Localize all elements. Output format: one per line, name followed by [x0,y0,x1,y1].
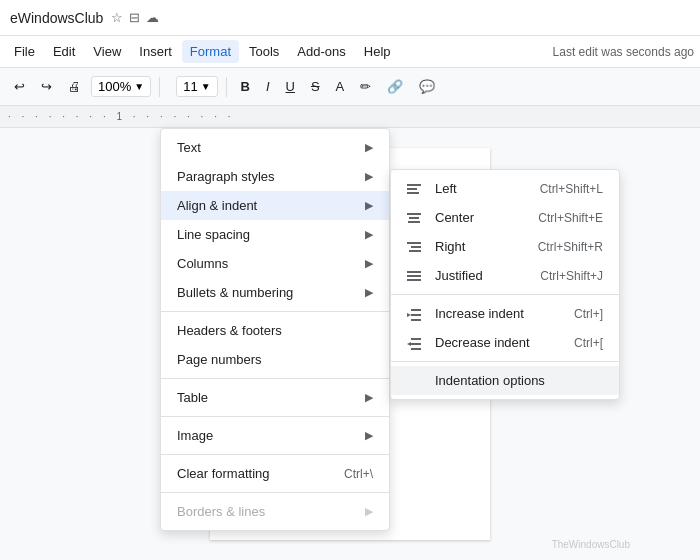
title-bar: eWindowsClub ☆ ⊟ ☁ [0,0,700,36]
toolbar-font-size[interactable]: 11 ▼ [176,76,217,97]
svg-marker-17 [407,342,411,346]
toolbar-highlight-btn[interactable]: ✏ [354,75,377,98]
align-submenu-divider-2 [391,361,619,362]
svg-rect-3 [407,213,421,215]
svg-rect-16 [411,338,421,340]
increase-indent-shortcut: Ctrl+] [574,307,603,321]
font-size-value: 11 [183,79,197,94]
toolbar: ↩ ↪ 🖨 100% ▼ 11 ▼ B I U S A ✏ 🔗 💬 [0,68,700,106]
toolbar-redo-btn[interactable]: ↪ [35,75,58,98]
indentation-options-item[interactable]: Indentation options [391,366,619,395]
format-menu-table[interactable]: Table ▶ [161,383,389,412]
svg-rect-7 [411,246,421,248]
format-menu-borders-lines[interactable]: Borders & lines ▶ [161,497,389,526]
svg-rect-0 [407,184,421,186]
svg-rect-18 [411,343,421,345]
svg-rect-8 [409,250,421,252]
indentation-options-label: Indentation options [435,373,545,388]
format-line-spacing-arrow-icon: ▶ [365,228,373,241]
align-right-label: Right [435,239,465,254]
format-clear-label: Clear formatting [177,466,269,481]
format-borders-arrow-icon: ▶ [365,505,373,518]
svg-rect-1 [407,188,417,190]
align-center-item[interactable]: Center Ctrl+Shift+E [391,203,619,232]
format-menu-headers-footers[interactable]: Headers & footers [161,316,389,345]
increase-indent-icon [407,307,427,321]
format-paragraph-arrow-icon: ▶ [365,170,373,183]
align-left-item[interactable]: Left Ctrl+Shift+L [391,174,619,203]
format-bullets-arrow-icon: ▶ [365,286,373,299]
format-menu-divider-2 [161,378,389,379]
ruler-content: · · · · · · · · 1 · · · · · · · · [8,111,234,122]
align-submenu-divider-1 [391,294,619,295]
decrease-indent-label: Decrease indent [435,335,530,350]
format-clear-shortcut: Ctrl+\ [344,467,373,481]
format-menu-columns[interactable]: Columns ▶ [161,249,389,278]
zoom-value: 100% [98,79,131,94]
menu-item-tools[interactable]: Tools [241,40,287,63]
format-page-numbers-label: Page numbers [177,352,262,367]
format-align-indent-label: Align & indent [177,198,257,213]
toolbar-separator-2 [226,77,227,97]
format-menu-paragraph-styles[interactable]: Paragraph styles ▶ [161,162,389,191]
svg-rect-2 [407,192,419,194]
format-image-label: Image [177,428,213,443]
last-edit-label: Last edit was seconds ago [553,45,694,59]
folder-icon[interactable]: ⊟ [129,10,140,25]
toolbar-underline-btn[interactable]: U [280,75,301,98]
menu-item-addons[interactable]: Add-ons [289,40,353,63]
svg-rect-5 [408,221,420,223]
align-justified-item[interactable]: Justified Ctrl+Shift+J [391,261,619,290]
toolbar-undo-btn[interactable]: ↩ [8,75,31,98]
toolbar-link-btn[interactable]: 🔗 [381,75,409,98]
svg-rect-4 [409,217,419,219]
svg-rect-19 [411,348,421,350]
menu-item-help[interactable]: Help [356,40,399,63]
svg-rect-15 [411,319,421,321]
toolbar-italic-btn[interactable]: I [260,75,276,98]
align-right-shortcut: Ctrl+Shift+R [538,240,603,254]
toolbar-zoom[interactable]: 100% ▼ [91,76,151,97]
cloud-icon[interactable]: ☁ [146,10,159,25]
align-center-shortcut: Ctrl+Shift+E [538,211,603,225]
format-table-arrow-icon: ▶ [365,391,373,404]
format-menu-image[interactable]: Image ▶ [161,421,389,450]
format-menu-clear-formatting[interactable]: Clear formatting Ctrl+\ [161,459,389,488]
align-submenu: Left Ctrl+Shift+L Center Ctrl+Shift+E Ri… [390,169,620,400]
svg-rect-14 [411,314,421,316]
menu-item-view[interactable]: View [85,40,129,63]
format-image-arrow-icon: ▶ [365,429,373,442]
format-menu-align-indent[interactable]: Align & indent ▶ [161,191,389,220]
format-menu-line-spacing[interactable]: Line spacing ▶ [161,220,389,249]
align-right-item[interactable]: Right Ctrl+Shift+R [391,232,619,261]
toolbar-print-btn[interactable]: 🖨 [62,75,87,98]
decrease-indent-item[interactable]: Decrease indent Ctrl+[ [391,328,619,357]
ruler: · · · · · · · · 1 · · · · · · · · [0,106,700,128]
toolbar-font-color-btn[interactable]: A [330,75,351,98]
toolbar-comment-btn[interactable]: 💬 [413,75,441,98]
toolbar-separator-1 [159,77,160,97]
menu-item-edit[interactable]: Edit [45,40,83,63]
align-center-label: Center [435,210,474,225]
format-menu: Text ▶ Paragraph styles ▶ Align & indent… [160,128,390,531]
align-left-shortcut: Ctrl+Shift+L [540,182,603,196]
format-menu-divider-1 [161,311,389,312]
menu-item-format[interactable]: Format [182,40,239,63]
menu-item-file[interactable]: File [6,40,43,63]
align-right-icon [407,240,427,254]
format-line-spacing-label: Line spacing [177,227,250,242]
decrease-indent-shortcut: Ctrl+[ [574,336,603,350]
menu-item-insert[interactable]: Insert [131,40,180,63]
toolbar-bold-btn[interactable]: B [235,75,256,98]
toolbar-strikethrough-btn[interactable]: S [305,75,326,98]
format-menu-text[interactable]: Text ▶ [161,133,389,162]
increase-indent-item[interactable]: Increase indent Ctrl+] [391,299,619,328]
align-justified-shortcut: Ctrl+Shift+J [540,269,603,283]
format-menu-bullets[interactable]: Bullets & numbering ▶ [161,278,389,307]
format-text-label: Text [177,140,201,155]
format-menu-page-numbers[interactable]: Page numbers [161,345,389,374]
format-menu-divider-3 [161,416,389,417]
star-icon[interactable]: ☆ [111,10,123,25]
watermark: TheWindowsClub [552,539,630,550]
svg-rect-10 [407,275,421,277]
